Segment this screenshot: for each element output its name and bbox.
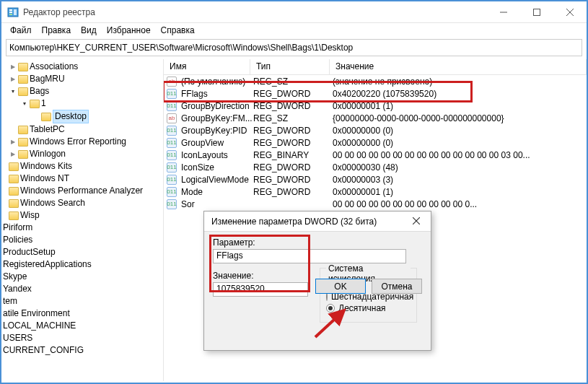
tree-pane[interactable]: ▶Associations ▶BagMRU ▾Bags ▾1 Desktop T… xyxy=(1,59,164,381)
folder-icon xyxy=(9,175,19,183)
tree-item[interactable]: ▾Bags xyxy=(9,85,163,97)
binary-value-icon: 011 xyxy=(167,101,177,111)
value-row[interactable]: 011LogicalViewModeREG_DWORD0x00000003 (3… xyxy=(164,173,587,186)
tree-label: Windows Error Reporting xyxy=(30,136,126,148)
tree-label: Piriform xyxy=(3,222,32,234)
value-row[interactable]: 011IconLayoutsREG_BINARY00 00 00 00 00 0… xyxy=(164,149,587,161)
chevron-right-icon[interactable]: ▶ xyxy=(9,138,17,146)
tree-item[interactable]: ▾1 xyxy=(20,97,163,110)
column-name[interactable]: Имя xyxy=(164,59,250,74)
menu-help[interactable]: Справка xyxy=(157,24,199,37)
tree-item[interactable]: TabletPC xyxy=(9,123,163,136)
value-row[interactable]: 011GroupByKey:PIDREG_DWORD0x00000000 (0) xyxy=(164,124,587,136)
tree-label: Desktop xyxy=(53,110,89,123)
value-row[interactable]: 011IconSizeREG_DWORD0x00000030 (48) xyxy=(164,161,587,173)
radio-icon xyxy=(326,304,335,313)
value-row[interactable]: 011ModeREG_DWORD0x00000001 (1) xyxy=(164,186,587,198)
value-name: Sor xyxy=(181,199,253,209)
value-type: REG_DWORD xyxy=(253,175,333,185)
binary-value-icon: 011 xyxy=(167,89,177,99)
chevron-right-icon[interactable]: ▶ xyxy=(9,63,17,71)
tree-item[interactable]: Wisp xyxy=(9,209,163,222)
tree-label: Wisp xyxy=(20,209,40,222)
tree-item[interactable]: Skype xyxy=(3,271,163,283)
folder-icon xyxy=(18,87,28,96)
value-input[interactable]: 1075839520 xyxy=(213,282,308,297)
svg-rect-6 xyxy=(534,9,540,15)
tree-label: Yandex xyxy=(3,283,32,295)
tree-item[interactable]: ▶Winlogon xyxy=(9,148,163,160)
tree-item[interactable]: LOCAL_MACHINE xyxy=(3,320,163,332)
radix-group: Система исчисления Шестнадцатеричная Дес… xyxy=(320,268,417,323)
tree-item[interactable]: Piriform xyxy=(3,222,163,234)
param-label: Параметр: xyxy=(213,237,422,248)
tree-label: LOCAL_MACHINE xyxy=(3,320,76,332)
tree-item[interactable]: atile Environment xyxy=(3,307,163,320)
tree-item[interactable]: Yandex xyxy=(3,283,163,295)
value-type: REG_DWORD xyxy=(253,138,333,148)
folder-icon xyxy=(9,187,19,196)
dialog-titlebar[interactable]: Изменение параметра DWORD (32 бита) xyxy=(204,211,431,232)
ok-button[interactable]: OK xyxy=(315,279,366,294)
chevron-down-icon[interactable]: ▾ xyxy=(20,100,28,108)
menu-file[interactable]: Файл xyxy=(6,24,36,37)
chevron-down-icon[interactable]: ▾ xyxy=(9,87,17,95)
radio-dec[interactable]: Десятичная xyxy=(326,303,411,313)
value-row[interactable]: ab(По умолчанию)REG_SZ(значение не присв… xyxy=(164,75,587,87)
value-name: IconLayouts xyxy=(181,150,253,160)
tree-label: Winlogon xyxy=(30,148,66,160)
value-name: GroupByDirection xyxy=(181,101,253,111)
tree-item-selected[interactable]: Desktop xyxy=(32,110,163,123)
tree-item[interactable]: CURRENT_CONFIG xyxy=(3,344,163,357)
value-name: GroupByKey:PID xyxy=(181,126,253,136)
tree-item[interactable]: Windows Search xyxy=(9,197,163,209)
tree-item[interactable]: ▶Associations xyxy=(9,61,163,73)
address-bar[interactable]: Компьютер\HKEY_CURRENT_USER\Software\Mic… xyxy=(6,39,582,56)
tree-item[interactable]: RegisteredApplications xyxy=(3,258,163,271)
value-row[interactable]: 011FFlagsREG_DWORD0x40200220 (1075839520… xyxy=(164,87,587,100)
menu-favorites[interactable]: Избранное xyxy=(102,24,155,37)
column-value[interactable]: Значение xyxy=(330,59,587,74)
tree-label: Windows Performance Analyzer xyxy=(20,185,143,197)
tree-label: RegisteredApplications xyxy=(3,258,92,271)
value-row[interactable]: 011GroupByDirectionREG_DWORD0x00000001 (… xyxy=(164,100,587,112)
tree-item[interactable]: Policies xyxy=(3,234,163,246)
value-row[interactable]: 011GroupViewREG_DWORD0x00000000 (0) xyxy=(164,136,587,149)
tree-label: Bags xyxy=(30,85,49,97)
value-row[interactable]: abGroupByKey:FM...REG_SZ{00000000-0000-0… xyxy=(164,112,587,124)
menubar: Файл Правка Вид Избранное Справка xyxy=(1,23,587,38)
column-type[interactable]: Тип xyxy=(250,59,330,74)
minimize-button[interactable] xyxy=(487,1,520,23)
binary-value-icon: 011 xyxy=(167,175,177,185)
value-name: GroupByKey:FM... xyxy=(181,113,253,123)
close-button[interactable] xyxy=(553,1,587,23)
cancel-button[interactable]: Отмена xyxy=(372,279,422,294)
binary-value-icon: 011 xyxy=(167,126,177,136)
menu-view[interactable]: Вид xyxy=(76,24,101,37)
param-input[interactable]: FFlags xyxy=(213,249,406,263)
tree-item[interactable]: ▶BagMRU xyxy=(9,73,163,85)
tree-item[interactable]: ProductSetup xyxy=(3,246,163,258)
tree-label: atile Environment xyxy=(3,307,70,320)
folder-icon xyxy=(18,126,28,134)
chevron-right-icon[interactable]: ▶ xyxy=(9,75,17,83)
chevron-right-icon[interactable]: ▶ xyxy=(9,150,17,158)
value-data: 0x00000001 (1) xyxy=(333,101,587,111)
tree-item[interactable]: USERS xyxy=(3,332,163,344)
value-name: LogicalViewMode xyxy=(181,175,253,185)
tree-item[interactable]: Windows Kits xyxy=(9,160,163,173)
tree-label: Policies xyxy=(3,234,32,246)
binary-value-icon: 011 xyxy=(167,162,177,173)
tree-item[interactable]: tem xyxy=(3,295,163,307)
value-row[interactable]: 011Sor 00 00 00 00 00 00 00 00 00 00 00 … xyxy=(164,198,587,210)
tree-item[interactable]: ▶Windows Error Reporting xyxy=(9,136,163,148)
tree-item[interactable]: Windows Performance Analyzer xyxy=(9,185,163,197)
tree-item[interactable]: Windows NT xyxy=(9,173,163,185)
address-text: Компьютер\HKEY_CURRENT_USER\Software\Mic… xyxy=(9,43,353,53)
dialog-close-button[interactable] xyxy=(406,217,426,227)
maximize-button[interactable] xyxy=(520,1,553,23)
folder-icon xyxy=(9,211,19,220)
menu-edit[interactable]: Правка xyxy=(38,24,76,37)
tree-label: tem xyxy=(3,295,17,307)
value-type: REG_DWORD xyxy=(253,187,333,197)
